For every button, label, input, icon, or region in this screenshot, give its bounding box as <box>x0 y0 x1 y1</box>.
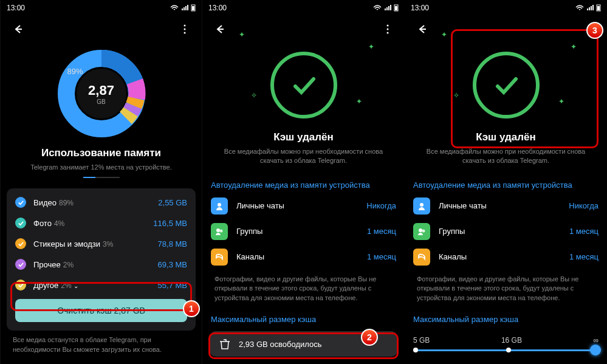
svg-point-9 <box>387 29 389 30</box>
svg-point-4 <box>184 32 186 34</box>
checkbox-icon <box>15 280 26 290</box>
status-bar: 13:00 <box>202 0 405 16</box>
svg-point-11 <box>218 203 221 207</box>
success-check-icon <box>267 49 340 122</box>
more-button[interactable] <box>376 17 400 41</box>
row-label: Группы <box>439 227 569 236</box>
category-row[interactable]: Фото4%116,5 MB <box>7 213 196 233</box>
category-label: Видео89% <box>33 198 158 207</box>
checkbox-icon <box>15 197 26 208</box>
battery-icon <box>191 4 196 12</box>
category-size: 2,55 GB <box>158 198 187 207</box>
section-max-cache: Максимальный размер кэша <box>405 307 607 328</box>
toast-text: 2,93 GB освободилось <box>239 340 322 349</box>
storage-chart-block: 89% 2,87 GB Использование памяти Telegra… <box>1 43 202 185</box>
auto-delete-row[interactable]: Группы1 месяц <box>405 219 607 244</box>
svg-point-12 <box>216 228 220 232</box>
wifi-icon <box>170 5 179 11</box>
status-time: 13:00 <box>7 4 25 12</box>
category-row[interactable]: Стикеры и эмодзи3%78,8 MB <box>7 233 196 254</box>
status-bar: 13:00 <box>1 0 202 16</box>
category-size: 55,7 MB <box>158 281 187 290</box>
page-title: Кэш удалён <box>214 131 393 143</box>
donut-unit: GB <box>97 98 105 105</box>
svg-rect-15 <box>597 6 600 10</box>
svg-point-3 <box>184 29 186 30</box>
donut-chart: 89% 2,87 GB <box>53 45 150 142</box>
page-title: Использование памяти <box>13 147 190 159</box>
footer-note: Все медиа останутся в облаке Telegram, п… <box>1 331 202 359</box>
panel-cache-cleared-2: 13:00 ✦✦✧✦ Кэш удалён Все медиафайлы мож… <box>202 0 405 364</box>
donut-value: 2,87 <box>88 83 114 98</box>
category-row[interactable]: Прочее2%69,3 MB <box>7 254 196 275</box>
checkbox-icon <box>15 218 26 228</box>
signal-icon <box>181 5 188 11</box>
status-icons <box>170 4 196 12</box>
max-cache-slider[interactable]: 5 GB 16 GB ∞ <box>405 328 607 360</box>
checkbox-icon <box>15 238 26 249</box>
auto-delete-row[interactable]: Каналы1 месяц <box>202 244 405 270</box>
checkbox-icon <box>15 259 26 270</box>
row-label: Каналы <box>236 252 367 261</box>
row-label: Группы <box>236 227 367 236</box>
page-subtitle: Все медиафайлы можно при необходимости с… <box>214 147 393 166</box>
svg-point-20 <box>419 228 422 232</box>
page-indicator <box>83 177 120 178</box>
page-title: Кэш удалён <box>417 131 595 143</box>
panel-storage-usage: 13:00 89% 2,87 GB Исполь <box>0 0 202 364</box>
back-button[interactable] <box>410 17 434 41</box>
back-button[interactable] <box>5 17 30 41</box>
row-value: Никогда <box>366 201 396 210</box>
clear-cache-button[interactable]: Очистить кэш 2,87 GB <box>15 299 187 322</box>
category-row[interactable]: Другое2% ⌄55,7 MB <box>7 275 196 295</box>
auto-delete-note: Фотографии, видео и другие файлы, которы… <box>202 270 405 307</box>
row-value: Никогда <box>569 201 598 210</box>
auto-delete-row[interactable]: Личные чатыНикогда <box>405 193 607 219</box>
top-bar <box>1 16 202 43</box>
auto-delete-row[interactable]: Личные чатыНикогда <box>202 193 405 219</box>
status-icons <box>373 4 399 12</box>
auto-delete-list: Личные чатыНикогдаГруппы1 месяцКаналы1 м… <box>202 193 405 270</box>
svg-rect-1 <box>192 6 194 10</box>
row-label: Каналы <box>439 252 569 261</box>
trash-sparkle-icon <box>218 337 231 351</box>
auto-delete-row[interactable]: Группы1 месяц <box>202 219 405 244</box>
auto-delete-list: Личные чатыНикогдаГруппы1 месяцКаналы1 м… <box>405 193 607 270</box>
row-icon <box>413 249 430 266</box>
category-label: Фото4% <box>33 219 153 228</box>
svg-rect-7 <box>395 6 397 10</box>
svg-point-21 <box>422 229 425 232</box>
annotation-badge-2: 2 <box>361 329 378 346</box>
annotation-badge-3: 3 <box>586 22 603 39</box>
page-subtitle: Telegram занимает 12% места на устройств… <box>13 163 190 172</box>
status-time: 13:00 <box>208 4 227 12</box>
status-bar: 13:00 <box>405 0 607 16</box>
annotation-badge-1: 1 <box>183 300 200 317</box>
auto-delete-row[interactable]: Каналы1 месяц <box>405 244 607 270</box>
category-label: Другое2% ⌄ <box>33 281 158 290</box>
row-value: 1 месяц <box>569 227 598 236</box>
category-size: 78,8 MB <box>158 239 187 249</box>
category-size: 116,5 MB <box>153 219 187 228</box>
category-label: Стикеры и эмодзи3% <box>33 239 158 249</box>
svg-point-8 <box>387 25 389 27</box>
section-max-cache: Максимальный размер кэша <box>202 307 405 328</box>
svg-point-13 <box>220 229 223 232</box>
category-size: 69,3 MB <box>158 260 187 269</box>
section-auto-delete: Автоудаление медиа из памяти устройства <box>405 173 607 193</box>
back-button[interactable] <box>207 17 231 41</box>
success-check-icon <box>470 49 543 122</box>
row-value: 1 месяц <box>367 227 396 236</box>
status-time: 13:00 <box>411 4 429 12</box>
auto-delete-note: Фотографии, видео и другие файлы, которы… <box>405 270 607 307</box>
row-icon <box>211 197 228 215</box>
row-label: Личные чаты <box>439 201 569 210</box>
row-icon <box>211 249 228 266</box>
more-button[interactable] <box>173 17 197 41</box>
svg-point-10 <box>387 32 389 34</box>
category-row[interactable]: Видео89%2,55 GB <box>7 192 196 213</box>
svg-point-19 <box>420 203 424 207</box>
panel-cache-cleared-3: 13:00 ✦✦✧✦ Кэш удалён Все медиафайлы мож… <box>405 0 607 364</box>
svg-point-2 <box>184 25 186 27</box>
row-icon <box>211 223 228 240</box>
